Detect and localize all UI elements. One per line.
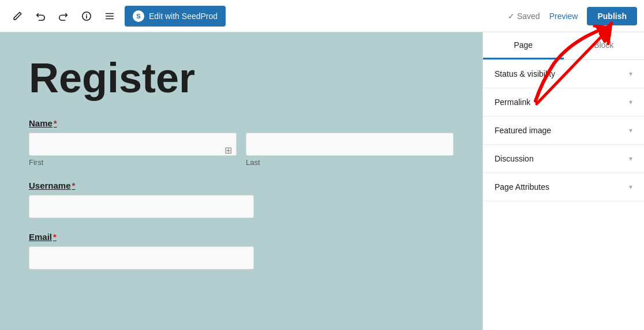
chevron-down-icon: ▾ [629, 183, 632, 191]
list-view-button[interactable] [99, 6, 120, 27]
edit-tool-button[interactable] [7, 6, 28, 27]
name-label: Name* [29, 118, 454, 128]
panel-permalink[interactable]: Permalink ▾ [483, 88, 644, 117]
email-input[interactable] [29, 246, 254, 269]
email-required-star: * [53, 232, 57, 242]
preview-button[interactable]: Preview [542, 7, 585, 25]
name-first-sublabel: First [29, 158, 237, 167]
page-title: Register [29, 55, 454, 101]
name-last-container: Last [246, 133, 454, 167]
tab-page[interactable]: Page [483, 32, 564, 59]
panel-featured-image[interactable]: Featured image ▾ [483, 117, 644, 145]
info-button[interactable] [76, 6, 97, 27]
edit-with-seedprod-button[interactable]: S Edit with SeedProd [125, 6, 226, 27]
panel-status-visibility-label: Status & visibility [495, 69, 555, 78]
username-field-group: Username* [29, 181, 454, 218]
main-layout: Register Name* ⊞ First Last [0, 32, 644, 330]
chevron-down-icon: ▾ [629, 126, 632, 134]
panel-page-attributes-label: Page Attributes [495, 182, 549, 192]
saved-label: Saved [517, 12, 540, 21]
name-row: ⊞ First Last [29, 133, 454, 167]
name-first-container: ⊞ First [29, 133, 237, 167]
name-last-input[interactable] [246, 133, 454, 156]
panel-discussion[interactable]: Discussion ▾ [483, 145, 644, 173]
saved-status: ✓ Saved [508, 12, 540, 21]
name-first-input[interactable] [29, 133, 237, 156]
toolbar: S Edit with SeedProd ✓ Saved Preview Pub… [0, 0, 644, 32]
canvas-area: Register Name* ⊞ First Last [0, 32, 482, 330]
form-section: Name* ⊞ First Last Usernam [29, 118, 454, 269]
seedprod-icon: S [133, 10, 144, 22]
seedprod-btn-label: Edit with SeedProd [149, 12, 218, 21]
username-required-star: * [72, 181, 76, 190]
svg-point-2 [86, 13, 87, 14]
username-label: Username* [29, 181, 454, 190]
undo-button[interactable] [30, 6, 51, 27]
name-icon: ⊞ [224, 144, 232, 155]
email-field-group: Email* [29, 232, 454, 269]
publish-button[interactable]: Publish [587, 7, 637, 25]
name-required-star: * [54, 118, 57, 128]
chevron-down-icon: ▾ [629, 70, 632, 78]
tab-block[interactable]: Block [564, 32, 645, 59]
chevron-down-icon: ▾ [629, 98, 632, 106]
sidebar-tabs: Page Block [483, 32, 644, 60]
name-field-group: Name* ⊞ First Last [29, 118, 454, 167]
check-icon: ✓ [508, 12, 515, 21]
chevron-down-icon: ▾ [629, 155, 632, 163]
right-sidebar: Page Block Status & visibility ▾ Permali… [482, 32, 644, 330]
name-last-sublabel: Last [246, 158, 454, 167]
email-label: Email* [29, 232, 454, 242]
sidebar-panel-list: Status & visibility ▾ Permalink ▾ Featur… [483, 60, 644, 330]
panel-discussion-label: Discussion [495, 154, 534, 163]
panel-page-attributes[interactable]: Page Attributes ▾ [483, 173, 644, 201]
username-input[interactable] [29, 195, 254, 218]
panel-featured-image-label: Featured image [495, 126, 551, 135]
redo-button[interactable] [53, 6, 74, 27]
panel-status-visibility[interactable]: Status & visibility ▾ [483, 60, 644, 88]
panel-permalink-label: Permalink [495, 97, 530, 107]
